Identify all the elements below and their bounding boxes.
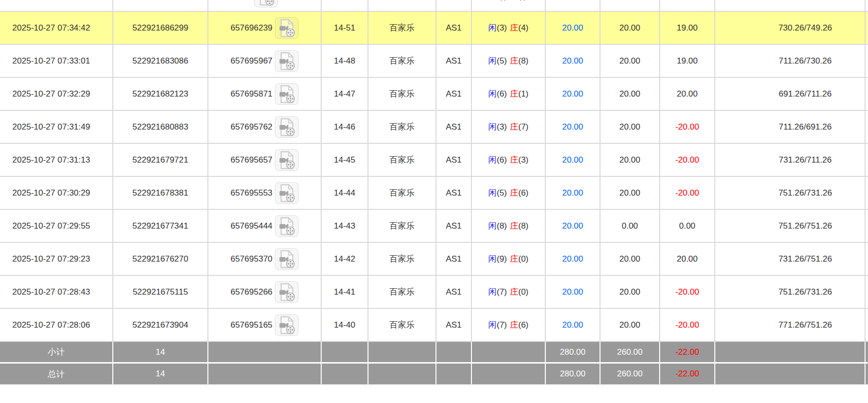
game-type: 百家乐 (368, 144, 436, 176)
bet-amount-link[interactable]: 20.00 (562, 23, 583, 33)
round-number: 14-40 (322, 309, 368, 341)
bet-amount-link[interactable]: 20.00 (562, 122, 583, 132)
table-name: AS1 (436, 45, 472, 77)
bet-id: 522921673904 (113, 309, 208, 341)
game-result: 闲(6)庄(3) (472, 144, 546, 176)
game-number: 657695553 (231, 188, 272, 198)
game-result: 闲(7)庄(0) (472, 276, 546, 308)
player-count: (5) (497, 56, 507, 66)
table-row[interactable]: 2025-10-27 07:30:29 522921678381 6576955… (0, 177, 868, 210)
round-number (322, 0, 368, 12)
table-row[interactable]: 2025-10-27 07:31:49 522921680883 6576957… (0, 111, 868, 144)
bet-time: 2025-10-27 07:30:29 (0, 177, 113, 209)
empty-cell (208, 342, 322, 362)
game-type: 百家乐 (368, 12, 436, 44)
video-replay-icon (278, 151, 295, 169)
banker-count: (8) (518, 221, 529, 231)
table-name: AS1 (436, 144, 472, 176)
table-row[interactable]: 2025-10-27 07:32:29 522921682123 6576958… (0, 78, 868, 111)
game-result: 闲(5)庄(6) (472, 177, 546, 209)
bet-records-screen: 闲( )庄( ) 2025-10-27 07:34:42 52292168629… (0, 0, 868, 403)
video-replay-button[interactable] (275, 149, 299, 171)
game-type (368, 0, 436, 12)
game-result: 闲(7)庄(6) (472, 309, 546, 341)
bet-id: 522921678381 (113, 177, 208, 209)
round-number: 14-45 (322, 144, 368, 176)
video-replay-icon (278, 19, 295, 37)
bet-amount-cell: 20.00 (546, 78, 601, 110)
player-label: 闲 (488, 22, 497, 34)
video-replay-button[interactable] (275, 83, 299, 105)
player-count: (6) (497, 89, 507, 99)
table-row[interactable]: 2025-10-27 07:29:23 522921676270 6576953… (0, 243, 868, 276)
banker-count: ( ) (518, 0, 526, 1)
video-replay-button[interactable] (275, 248, 299, 270)
bet-amount-link[interactable]: 20.00 (562, 254, 583, 264)
video-replay-icon (278, 118, 295, 136)
bet-amount-link[interactable]: 20.00 (562, 320, 583, 330)
video-replay-icon (278, 250, 295, 269)
player-count: (8) (497, 221, 507, 231)
total-label: 总计 (0, 364, 113, 384)
game-number: 657695370 (231, 254, 272, 264)
video-replay-button[interactable] (275, 17, 299, 39)
video-replay-button[interactable] (275, 215, 299, 237)
game-result: 闲(5)庄(8) (472, 45, 546, 77)
balance: 751.26/731.26 (715, 177, 866, 209)
bet-time: 2025-10-27 07:32:29 (0, 78, 113, 110)
balance: 711.26/730.26 (715, 45, 866, 77)
balance: 731.26/711.26 (715, 144, 866, 176)
bet-id: 522921676270 (113, 243, 208, 275)
game-result: 闲(3)庄(7) (472, 111, 546, 143)
records-table-body: 2025-10-27 07:34:42 522921686299 6576962… (0, 12, 868, 342)
game-result: 闲(3)庄(4) (472, 12, 546, 44)
game-number-cell: 657695967 (208, 45, 322, 77)
bet-id: 522921683086 (113, 45, 208, 77)
total-bet: 280.00 (546, 364, 601, 384)
table-row[interactable]: 2025-10-27 07:34:42 522921686299 6576962… (0, 12, 868, 45)
game-number: 657695165 (231, 320, 272, 330)
banker-label: 庄 (510, 55, 518, 67)
table-row[interactable]: 2025-10-27 07:28:06 522921673904 6576951… (0, 309, 868, 342)
partial-top-row: 闲( )庄( ) (0, 0, 868, 12)
empty-cell (472, 342, 546, 362)
table-row[interactable]: 2025-10-27 07:31:13 522921679721 6576956… (0, 144, 868, 177)
bet-amount-link[interactable]: 20.00 (562, 155, 583, 165)
bet-amount-cell: 20.00 (546, 177, 601, 209)
valid-bet: 20.00 (601, 276, 660, 308)
game-type: 百家乐 (368, 243, 436, 275)
bet-time: 2025-10-27 07:28:43 (0, 276, 113, 308)
video-replay-icon (258, 0, 274, 6)
win-loss: 19.00 (660, 45, 715, 77)
game-number: 657695444 (231, 221, 272, 231)
bet-amount-link[interactable]: 20.00 (562, 287, 583, 297)
video-replay-button[interactable] (275, 182, 299, 204)
video-replay-button[interactable] (254, 0, 278, 7)
table-row[interactable]: 2025-10-27 07:29:55 522921677341 6576954… (0, 210, 868, 243)
table-row[interactable]: 2025-10-27 07:28:43 522921675115 6576952… (0, 276, 868, 309)
empty-cell (436, 342, 472, 362)
player-label: 闲 (488, 253, 497, 265)
win-loss: -20.00 (660, 276, 715, 308)
bet-amount-cell: 20.00 (546, 45, 601, 77)
round-number: 14-44 (322, 177, 368, 209)
video-replay-button[interactable] (275, 281, 299, 303)
empty-cell (715, 342, 866, 362)
win-loss: 20.00 (660, 243, 715, 275)
game-number-cell (208, 0, 322, 12)
table-name: AS1 (436, 309, 472, 341)
table-name: AS1 (436, 210, 472, 242)
table-row[interactable]: 2025-10-27 07:33:01 522921683086 6576959… (0, 45, 868, 78)
game-type: 百家乐 (368, 210, 436, 242)
valid-bet: 0.00 (601, 210, 660, 242)
game-type: 百家乐 (368, 309, 436, 341)
bet-amount-link[interactable]: 20.00 (562, 188, 583, 198)
bet-amount-link[interactable]: 20.00 (562, 221, 583, 231)
video-replay-button[interactable] (275, 116, 299, 138)
video-replay-button[interactable] (275, 50, 299, 72)
video-replay-button[interactable] (275, 314, 299, 336)
bet-id (113, 0, 208, 12)
bet-amount-link[interactable]: 20.00 (562, 89, 583, 99)
table-row-clipped[interactable]: 闲( )庄( ) (0, 0, 868, 12)
bet-amount-link[interactable]: 20.00 (562, 56, 583, 66)
